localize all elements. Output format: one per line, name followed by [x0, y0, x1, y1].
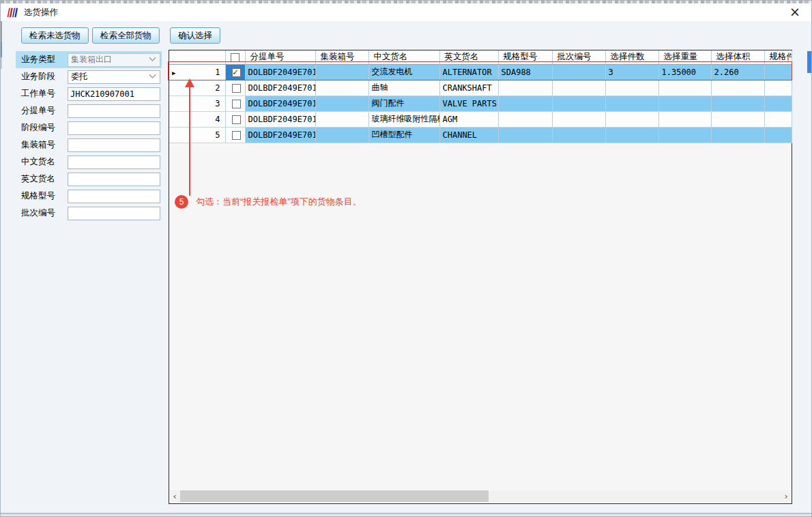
col-spec-model[interactable]: 规格型号: [498, 50, 552, 64]
row-checkbox[interactable]: [232, 115, 241, 124]
form-row-container-no: 集装箱号: [16, 136, 162, 153]
business-type-label: 业务类型: [16, 54, 55, 65]
container-no-label: 集装箱号: [16, 139, 55, 151]
house-bill-input[interactable]: [68, 104, 160, 118]
business-stage-label: 业务阶段: [16, 71, 55, 83]
window-title: 选货操作: [24, 7, 58, 18]
table-row[interactable]: ▶1 DOLBDF2049E701*A 交流发电机 ALTERNATOR SDA…: [169, 64, 792, 80]
form-row-cn-name: 中文货名: [16, 153, 162, 171]
col-batch-no[interactable]: 批次编号: [552, 50, 605, 64]
spec-model-input[interactable]: [68, 190, 160, 203]
stage-no-label: 阶段编号: [16, 122, 55, 134]
row-header-column: [169, 50, 225, 64]
chevron-down-icon: [149, 72, 156, 78]
cargo-table: 分提单号 集装箱号 中文货名 英文货名 规格型号 批次编号 选择件数 选择重量 …: [169, 50, 792, 143]
work-order-input[interactable]: [68, 87, 160, 101]
en-name-input[interactable]: [68, 173, 160, 186]
row-checkbox[interactable]: [232, 100, 241, 108]
app-logo-icon: [7, 8, 19, 18]
table-row[interactable]: 5 DOLBDF2049E701*E 凹槽型配件 CHANNEL: [169, 127, 792, 143]
form-row-stage-no: 阶段编号: [16, 119, 162, 136]
toolbar: 检索未选货物 检索全部货物 确认选择: [21, 27, 220, 44]
annotation-arrow-line: [189, 87, 190, 196]
cargo-table-panel: 分提单号 集装箱号 中文货名 英文货名 规格型号 批次编号 选择件数 选择重量 …: [169, 50, 792, 504]
batch-no-input[interactable]: [68, 207, 160, 220]
spec-model-label: 规格型号: [16, 190, 55, 202]
en-name-label: 英文货名: [16, 173, 55, 185]
form-row-batch-no: 批次编号: [16, 205, 162, 222]
container-no-input[interactable]: [68, 138, 160, 152]
table-row[interactable]: 3 DOLBDF2049E701*C 阀门配件 VALVE PARTS: [169, 95, 792, 111]
cn-name-input[interactable]: [68, 156, 160, 169]
search-all-cargo-button[interactable]: 检索全部货物: [92, 27, 160, 44]
col-container-no[interactable]: 集装箱号: [315, 50, 368, 64]
stage-no-input[interactable]: [68, 121, 160, 135]
work-order-label: 工作单号: [16, 88, 55, 100]
scroll-right-icon[interactable]: ›: [782, 490, 790, 502]
col-selected-qty[interactable]: 选择件数: [605, 50, 658, 64]
cn-name-label: 中文货名: [16, 156, 55, 168]
confirm-selection-button[interactable]: 确认选择: [170, 27, 220, 44]
form-row-business-type: 业务类型 集装箱出口: [16, 51, 162, 68]
house-bill-label: 分提单号: [16, 105, 55, 117]
form-row-business-stage: 业务阶段 委托: [16, 68, 162, 85]
title-bar: 选货操作 ×: [1, 3, 811, 21]
form-row-work-order: 工作单号: [16, 85, 162, 102]
col-selected-weight[interactable]: 选择重量: [658, 50, 711, 64]
background-bottom-strip: [1, 513, 811, 516]
current-row-indicator-icon: ▶: [172, 70, 175, 76]
scroll-left-icon[interactable]: ‹: [171, 490, 179, 502]
batch-no-label: 批次编号: [16, 207, 55, 219]
row-checkbox[interactable]: [232, 68, 241, 77]
col-house-bill[interactable]: 分提单号: [245, 50, 315, 64]
annotation-step-badge: 5: [175, 195, 188, 209]
scrollbar-thumb[interactable]: [180, 490, 489, 502]
col-spec-cut[interactable]: 规格件: [764, 50, 792, 64]
annotation-text: 勾选：当前“报关报检单”项下的货物条目。: [196, 196, 362, 208]
background-scrollbar-artifact: [807, 51, 811, 73]
annotation-note: 5 勾选：当前“报关报检单”项下的货物条目。: [175, 195, 362, 209]
search-unselected-cargo-button[interactable]: 检索未选货物: [21, 27, 89, 44]
filter-form: 业务类型 集装箱出口 业务阶段 委托 工作单号 分提单号 阶段编号 集装箱号 中…: [16, 51, 162, 222]
row-checkbox[interactable]: [232, 84, 241, 93]
business-type-select[interactable]: 集装箱出口: [68, 53, 160, 67]
select-all-header[interactable]: [225, 50, 245, 64]
chevron-down-icon: [149, 55, 156, 61]
table-row[interactable]: 2 DOLBDF2049E701*B 曲轴 CRANKSHAFT: [169, 80, 792, 95]
form-row-house-bill: 分提单号: [16, 102, 162, 119]
horizontal-scrollbar[interactable]: ‹ ›: [171, 490, 790, 502]
col-selected-volume[interactable]: 选择体积: [711, 50, 764, 64]
col-cn-name[interactable]: 中文货名: [368, 50, 439, 64]
row-checkbox[interactable]: [232, 131, 241, 140]
form-row-en-name: 英文货名: [16, 171, 162, 188]
table-row[interactable]: 4 DOLBDF2049E701*D 玻璃纤维吸附性隔板 AGM: [169, 111, 792, 127]
form-row-spec-model: 规格型号: [16, 188, 162, 205]
table-header-row: 分提单号 集装箱号 中文货名 英文货名 规格型号 批次编号 选择件数 选择重量 …: [169, 50, 792, 64]
select-all-checkbox[interactable]: [231, 53, 240, 62]
close-icon[interactable]: ×: [787, 4, 802, 19]
col-en-name[interactable]: 英文货名: [439, 50, 498, 64]
business-stage-select[interactable]: 委托: [68, 70, 160, 84]
